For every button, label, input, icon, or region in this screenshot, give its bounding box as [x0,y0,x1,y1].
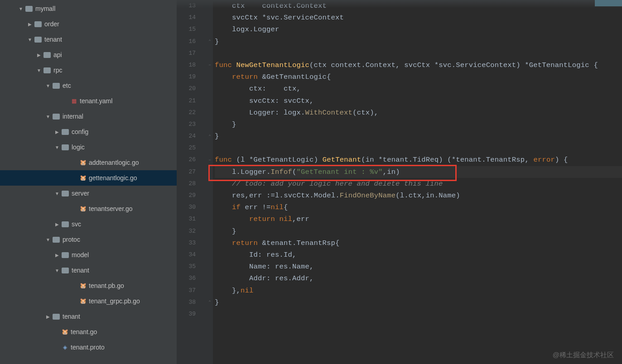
code-line[interactable]: } [215,119,622,130]
code-line[interactable] [215,308,622,320]
line-number: 21 [177,95,196,107]
tree-item-tenant-yaml[interactable]: ▶▦tenant.yaml [0,93,177,109]
line-number: 31 [177,213,196,225]
tree-item-tenant[interactable]: ▼tenant [0,32,177,47]
expand-arrow-icon[interactable]: ▶ [54,222,60,227]
code-line[interactable]: Id: res.Id, [215,249,622,261]
code-line[interactable]: } [215,36,622,48]
fold-marker[interactable]: ⌃ [207,36,213,48]
expand-arrow-icon[interactable]: ▼ [27,37,33,42]
code-line[interactable]: Logger: logx.WithContext(ctx), [215,107,622,119]
code-editor[interactable]: 1314151617181920212223242526272829303132… [177,0,622,364]
tree-item-svc[interactable]: ▶svc [0,216,177,232]
line-gutter: 1314151617181920212223242526272829303132… [177,0,207,364]
code-line[interactable] [215,48,622,59]
expand-arrow-icon[interactable]: ▼ [36,68,42,73]
code-line[interactable]: l.Logger.Infof("GetTenant int : %v",in) [215,166,622,178]
tree-item-gettenantlogic-go[interactable]: ▶🐹gettenantlogic.go [0,170,177,186]
tree-item-order[interactable]: ▶order [0,16,177,32]
expand-arrow-icon[interactable]: ▼ [54,268,60,273]
code-line[interactable]: ctx context.Context [215,0,622,12]
code-line[interactable]: return &tenant.TenantRsp{ [215,237,622,249]
code-line[interactable]: svcCtx *svc.ServiceContext [215,12,622,24]
code-line[interactable]: ctx: ctx, [215,83,622,95]
code-line[interactable]: if err !=nil{ [215,201,622,213]
code-line[interactable]: res,err :=l.svcCtx.Model.FindOneByName(l… [215,190,622,201]
tree-item-internal[interactable]: ▼internal [0,109,177,124]
expand-arrow-icon[interactable]: ▼ [45,237,51,242]
line-number: 20 [177,83,196,95]
folder-icon [62,221,69,227]
fold-marker[interactable]: ⌃ [207,297,213,308]
line-number: 38 [177,297,196,308]
line-number: 29 [177,190,196,201]
tree-item-label: tenant [44,36,62,43]
code-line[interactable]: logx.Logger [215,24,622,35]
tree-item-label: tenant.go [71,328,97,335]
code-line[interactable]: },nil [215,285,622,297]
line-number: 16 [177,36,196,48]
code-line[interactable]: return nil,err [215,213,622,225]
project-tree[interactable]: ▼mymall▶order▼tenant▶api▼rpc▼etc▶▦tenant… [0,0,177,364]
expand-arrow-icon[interactable]: ▶ [54,253,60,258]
tree-item-mymall[interactable]: ▼mymall [0,1,177,16]
fold-marker [207,48,213,59]
code-line[interactable]: Addr: res.Addr, [215,273,622,284]
tree-item-rpc[interactable]: ▼rpc [0,62,177,78]
tree-item-addtenantlogic-go[interactable]: ▶🐹addtenantlogic.go [0,155,177,170]
line-number: 33 [177,237,196,249]
tree-item-api[interactable]: ▶api [0,47,177,62]
tree-item-protoc[interactable]: ▼protoc [0,232,177,247]
code-line[interactable]: } [215,130,622,142]
tree-item-tenant-proto[interactable]: ▶◈tenant.proto [0,340,177,355]
tree-item-label: addtenantlogic.go [89,159,139,166]
go-file-icon: 🐹 [80,206,86,212]
code-area[interactable]: ctx context.Context svcCtx *svc.ServiceC… [213,0,622,364]
line-number: 34 [177,249,196,261]
expand-arrow-icon[interactable]: ▶ [45,314,51,319]
expand-arrow-icon[interactable]: ▶ [54,129,60,134]
line-number: 39 [177,308,196,320]
tree-item-model[interactable]: ▶model [0,247,177,263]
code-line[interactable]: func NewGetTenantLogic(ctx context.Conte… [215,59,622,71]
code-line[interactable]: svcCtx: svcCtx, [215,95,622,107]
tree-item-label: tenantserver.go [89,205,133,212]
tree-item-tenant-go[interactable]: ▶🐹tenant.go [0,324,177,340]
tree-item-tenantserver-go[interactable]: ▶🐹tenantserver.go [0,201,177,216]
expand-arrow-icon[interactable]: ▼ [45,83,51,88]
fold-marker[interactable]: ⌃ [207,130,213,142]
fold-marker[interactable]: − [207,154,213,166]
fold-marker[interactable]: − [207,59,213,71]
fold-marker [207,190,213,201]
tree-item-tenant[interactable]: ▶tenant [0,309,177,324]
expand-arrow-icon[interactable]: ▼ [54,145,60,150]
tree-item-server[interactable]: ▼server [0,186,177,201]
line-number: 37 [177,285,196,297]
code-line[interactable]: } [215,297,622,308]
code-line[interactable]: func (l *GetTenantLogic) GetTenant(in *t… [215,154,622,166]
expand-arrow-icon[interactable]: ▶ [36,53,42,57]
line-number: 17 [177,48,196,59]
fold-column[interactable]: ⌃−⌃−⌃ [207,0,213,364]
line-number: 35 [177,261,196,273]
folder-icon [43,52,51,58]
code-line[interactable]: return &GetTenantLogic{ [215,71,622,83]
tree-item-tenant-grpc-pb-go[interactable]: ▶🐹tenant_grpc.pb.go [0,293,177,309]
code-line[interactable]: // todo: add your logic here and delete … [215,178,622,190]
fold-marker [207,24,213,35]
expand-arrow-icon[interactable]: ▶ [27,22,33,27]
tree-item-etc[interactable]: ▼etc [0,78,177,93]
expand-arrow-icon[interactable]: ▼ [45,114,51,119]
code-line[interactable]: } [215,225,622,237]
code-line[interactable] [215,142,622,154]
tree-item-tenant[interactable]: ▼tenant [0,263,177,278]
go-file-icon: 🐹 [80,175,86,181]
tree-item-config[interactable]: ▶config [0,124,177,139]
code-line[interactable]: Name: res.Name, [215,261,622,273]
tree-item-label: tenant.pb.go [89,282,124,289]
expand-arrow-icon[interactable]: ▼ [54,191,60,196]
tree-item-tenant-pb-go[interactable]: ▶🐹tenant.pb.go [0,278,177,293]
expand-arrow-icon[interactable]: ▼ [18,6,24,11]
tree-item-logic[interactable]: ▼logic [0,139,177,155]
fold-marker [207,273,213,284]
